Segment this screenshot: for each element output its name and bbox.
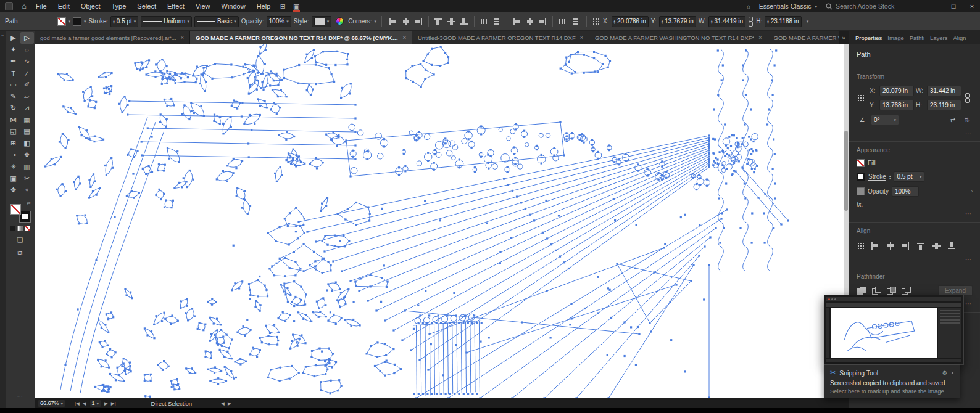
distribute-horizontal-icon[interactable] (478, 15, 490, 27)
eraser-tool[interactable]: ▱ (20, 91, 34, 102)
stroke-weight-dropdown[interactable]: 0.5 pt ▾ (894, 171, 924, 182)
rectangle-tool[interactable]: ▭ (7, 79, 20, 91)
panel-tab-pathfi[interactable]: Pathfi (910, 35, 924, 41)
flip-horizontal-icon[interactable]: ⇄ (947, 115, 958, 125)
shape-builder-tool[interactable]: ◱ (7, 126, 20, 137)
document-tab[interactable]: GOD MADE A FARMER OREGON NO TEXT R14 DXF… (190, 31, 412, 44)
opacity-field[interactable]: 100% ▾ (267, 16, 291, 27)
collapse-icon[interactable]: « (1, 33, 4, 38)
menu-object[interactable]: Object (75, 0, 106, 12)
align-options-icon[interactable] (857, 242, 865, 250)
distribute-left-edge-icon[interactable] (511, 15, 523, 27)
mesh-tool[interactable]: ⊞ (7, 137, 20, 149)
workspace-switcher[interactable]: Essentials Classic (759, 2, 812, 10)
document-tab[interactable]: Untitled-3GOD MADE A FARMER OREGON TEXT … (412, 31, 589, 44)
symbol-sprayer-tool[interactable]: ✳ (7, 161, 20, 173)
curvature-tool[interactable]: ∿ (20, 55, 34, 67)
tab-close-icon[interactable]: × (403, 35, 406, 41)
stepper-icon[interactable]: ▴▾ (662, 19, 663, 24)
horizontal-align-right-icon[interactable] (413, 15, 425, 27)
vertical-align-bottom-icon[interactable] (459, 15, 470, 27)
fill-stroke-indicator[interactable]: ⇄ (10, 202, 30, 222)
stroke-chevron-icon[interactable]: ▾ (84, 19, 86, 23)
opacity-chevron-icon[interactable]: ▾ (286, 19, 289, 23)
workspace-chevron-icon[interactable]: ▾ (815, 4, 817, 9)
opacity-swatch[interactable] (857, 187, 865, 195)
vertical-align-top-icon[interactable] (433, 15, 444, 27)
zoom-chevron-icon[interactable]: ▾ (61, 401, 64, 406)
h-field[interactable]: 23.119 in (927, 100, 961, 110)
distribute-spacing-vertical-icon[interactable] (570, 15, 581, 27)
width-profile-dropdown[interactable]: Uniform ▾ (141, 16, 192, 27)
horizontal-align-right-icon[interactable] (900, 240, 911, 251)
distribute-right-edge-icon[interactable] (537, 15, 549, 27)
artboard-number-dropdown[interactable]: 1 ▾ (89, 399, 102, 407)
snip-thumbnail[interactable] (831, 308, 937, 358)
toolbar-more-icon[interactable]: ⋯ (17, 393, 23, 399)
transform-more-icon[interactable]: ⋯ (965, 129, 971, 136)
status-back-icon[interactable]: ◀ (221, 401, 225, 406)
panel-tab-image[interactable]: Image (887, 35, 903, 41)
menu-help[interactable]: Help (251, 0, 276, 12)
menu-effect[interactable]: Effect (162, 0, 190, 12)
zoom-level-dropdown[interactable]: 66.67% ▾ (38, 399, 65, 407)
draw-mode-icon[interactable]: ❏ (17, 236, 23, 244)
gradient-tool[interactable]: ◧ (20, 137, 34, 149)
appearance-more-icon[interactable]: ⋯ (965, 210, 971, 217)
eyedropper-tool[interactable]: ⊸ (7, 149, 20, 161)
scale-tool[interactable]: ⊿ (20, 102, 34, 114)
scrollbar-thumb[interactable] (844, 131, 848, 211)
panel-tab-layers[interactable]: Layers (930, 35, 948, 41)
document-tab[interactable]: GOD MADE A FARMER WASHINGTON TEXT R1× (768, 31, 849, 44)
illustrator-app-icon[interactable] (5, 2, 13, 10)
tab-close-icon[interactable]: × (758, 35, 762, 41)
flip-vertical-icon[interactable]: ⇅ (961, 115, 973, 125)
y-field[interactable]: ▴▾ 13.7679 in (659, 16, 696, 27)
pathfinder-more-icon[interactable]: ⋯ (965, 300, 971, 307)
menu-edit[interactable]: Edit (52, 0, 75, 12)
minimize-button[interactable]: – (927, 0, 943, 12)
type-tool[interactable]: T (7, 67, 20, 79)
h-field[interactable]: ▴▾ 23.1188 in (765, 16, 801, 27)
panel-tab-align[interactable]: Align (953, 35, 966, 41)
home-icon[interactable]: ⌂ (18, 2, 30, 10)
stepper-icon[interactable]: ▴▾ (711, 19, 713, 24)
toast-action-hint[interactable]: Select here to mark up and share the ima… (830, 388, 954, 395)
free-transform-tool[interactable]: ▦ (20, 114, 34, 126)
vertical-align-top-icon[interactable] (915, 240, 927, 251)
column-graph-tool[interactable]: ▥ (20, 161, 34, 173)
stepper-icon[interactable]: ▴▾ (614, 19, 616, 24)
paintbrush-tool[interactable]: ✐ (20, 79, 34, 91)
first-artboard-icon[interactable]: |◀ (75, 401, 80, 406)
stepper-icon[interactable]: ▴▾ (889, 174, 891, 179)
blend-tool[interactable]: ❖ (20, 149, 34, 161)
tab-close-icon[interactable]: × (181, 35, 184, 41)
align-more-icon[interactable]: ⋯ (965, 256, 971, 263)
toast-settings-icon[interactable]: ⚙ (942, 370, 947, 376)
stroke-weight-chevron-icon[interactable]: ▾ (920, 174, 922, 179)
toast-close-icon[interactable]: × (951, 370, 954, 376)
horizontal-align-left-icon[interactable] (387, 15, 399, 27)
fill-color-swatch[interactable] (57, 17, 66, 26)
artboard-tool[interactable]: ▣ (7, 173, 20, 184)
canvas-area[interactable] (35, 44, 849, 398)
discover-icon[interactable]: ☼ (742, 0, 755, 12)
gradient-mode-icon[interactable] (17, 226, 23, 231)
vertical-align-center-icon[interactable] (446, 15, 457, 27)
horizontal-align-center-icon[interactable] (884, 240, 896, 251)
tab-overflow-icon[interactable]: » (839, 31, 849, 44)
rotate-tool[interactable]: ↻ (7, 102, 20, 114)
selection-tool[interactable]: ▶ (7, 32, 20, 44)
arrange-documents-icon[interactable]: ▣ (289, 0, 303, 12)
pencil-tool[interactable]: ✎ (7, 91, 20, 102)
swap-fill-stroke-icon[interactable]: ⇄ (27, 201, 31, 206)
constrain-proportions-icon[interactable] (965, 93, 970, 103)
pen-tool[interactable]: ✒ (7, 55, 20, 67)
maximize-button[interactable]: □ (945, 0, 961, 12)
constrain-proportions-icon[interactable] (748, 17, 754, 27)
menu-file[interactable]: File (30, 0, 52, 12)
magic-wand-tool[interactable]: ✦ (7, 44, 20, 55)
x-field[interactable]: 20.079 in (879, 86, 914, 96)
corners-chevron-icon[interactable]: ▾ (375, 19, 377, 23)
reference-point-icon[interactable] (592, 17, 600, 26)
